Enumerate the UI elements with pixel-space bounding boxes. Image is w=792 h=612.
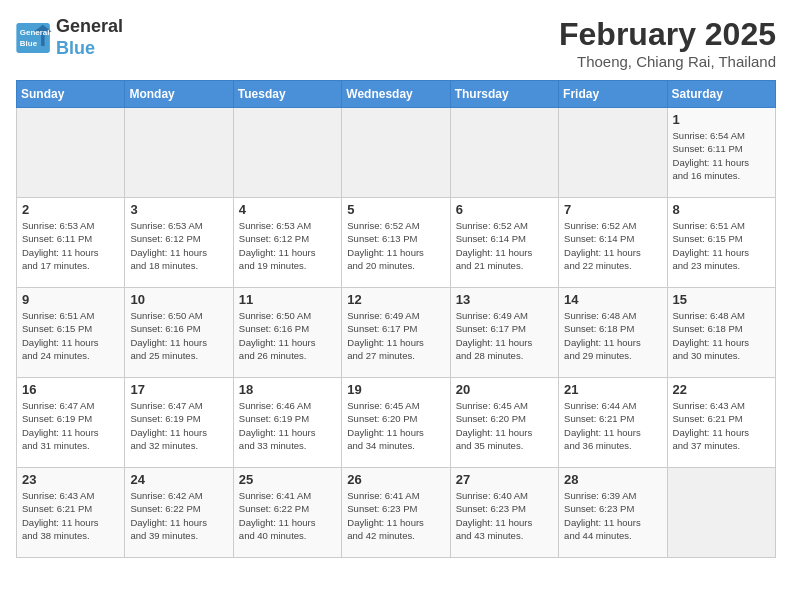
- calendar-cell: 14Sunrise: 6:48 AM Sunset: 6:18 PM Dayli…: [559, 288, 667, 378]
- calendar-cell: 4Sunrise: 6:53 AM Sunset: 6:12 PM Daylig…: [233, 198, 341, 288]
- calendar-cell: 27Sunrise: 6:40 AM Sunset: 6:23 PM Dayli…: [450, 468, 558, 558]
- calendar-week-row: 16Sunrise: 6:47 AM Sunset: 6:19 PM Dayli…: [17, 378, 776, 468]
- day-info: Sunrise: 6:50 AM Sunset: 6:16 PM Dayligh…: [239, 309, 336, 362]
- day-info: Sunrise: 6:51 AM Sunset: 6:15 PM Dayligh…: [673, 219, 770, 272]
- calendar-cell: 13Sunrise: 6:49 AM Sunset: 6:17 PM Dayli…: [450, 288, 558, 378]
- calendar-week-row: 1Sunrise: 6:54 AM Sunset: 6:11 PM Daylig…: [17, 108, 776, 198]
- svg-text:Blue: Blue: [20, 39, 38, 48]
- day-info: Sunrise: 6:47 AM Sunset: 6:19 PM Dayligh…: [130, 399, 227, 452]
- day-number: 14: [564, 292, 661, 307]
- day-number: 12: [347, 292, 444, 307]
- weekday-header-row: SundayMondayTuesdayWednesdayThursdayFrid…: [17, 81, 776, 108]
- calendar-cell: 6Sunrise: 6:52 AM Sunset: 6:14 PM Daylig…: [450, 198, 558, 288]
- location-subtitle: Thoeng, Chiang Rai, Thailand: [559, 53, 776, 70]
- calendar-cell: 25Sunrise: 6:41 AM Sunset: 6:22 PM Dayli…: [233, 468, 341, 558]
- calendar-cell: 22Sunrise: 6:43 AM Sunset: 6:21 PM Dayli…: [667, 378, 775, 468]
- day-info: Sunrise: 6:52 AM Sunset: 6:13 PM Dayligh…: [347, 219, 444, 272]
- calendar-cell: 20Sunrise: 6:45 AM Sunset: 6:20 PM Dayli…: [450, 378, 558, 468]
- day-info: Sunrise: 6:54 AM Sunset: 6:11 PM Dayligh…: [673, 129, 770, 182]
- day-info: Sunrise: 6:43 AM Sunset: 6:21 PM Dayligh…: [22, 489, 119, 542]
- page-header: General Blue General Blue February 2025 …: [16, 16, 776, 70]
- day-info: Sunrise: 6:50 AM Sunset: 6:16 PM Dayligh…: [130, 309, 227, 362]
- day-info: Sunrise: 6:53 AM Sunset: 6:11 PM Dayligh…: [22, 219, 119, 272]
- day-info: Sunrise: 6:41 AM Sunset: 6:22 PM Dayligh…: [239, 489, 336, 542]
- weekday-header-wednesday: Wednesday: [342, 81, 450, 108]
- calendar-cell: [559, 108, 667, 198]
- day-info: Sunrise: 6:43 AM Sunset: 6:21 PM Dayligh…: [673, 399, 770, 452]
- svg-text:General: General: [20, 28, 50, 37]
- day-info: Sunrise: 6:39 AM Sunset: 6:23 PM Dayligh…: [564, 489, 661, 542]
- day-info: Sunrise: 6:49 AM Sunset: 6:17 PM Dayligh…: [456, 309, 553, 362]
- calendar-cell: [125, 108, 233, 198]
- day-number: 16: [22, 382, 119, 397]
- day-info: Sunrise: 6:41 AM Sunset: 6:23 PM Dayligh…: [347, 489, 444, 542]
- weekday-header-friday: Friday: [559, 81, 667, 108]
- day-number: 1: [673, 112, 770, 127]
- calendar-week-row: 2Sunrise: 6:53 AM Sunset: 6:11 PM Daylig…: [17, 198, 776, 288]
- day-number: 25: [239, 472, 336, 487]
- calendar-cell: 28Sunrise: 6:39 AM Sunset: 6:23 PM Dayli…: [559, 468, 667, 558]
- calendar-cell: 15Sunrise: 6:48 AM Sunset: 6:18 PM Dayli…: [667, 288, 775, 378]
- day-info: Sunrise: 6:46 AM Sunset: 6:19 PM Dayligh…: [239, 399, 336, 452]
- weekday-header-sunday: Sunday: [17, 81, 125, 108]
- calendar-cell: 3Sunrise: 6:53 AM Sunset: 6:12 PM Daylig…: [125, 198, 233, 288]
- calendar-cell: [450, 108, 558, 198]
- calendar-cell: 1Sunrise: 6:54 AM Sunset: 6:11 PM Daylig…: [667, 108, 775, 198]
- calendar-cell: [17, 108, 125, 198]
- day-info: Sunrise: 6:45 AM Sunset: 6:20 PM Dayligh…: [347, 399, 444, 452]
- day-number: 22: [673, 382, 770, 397]
- logo: General Blue General Blue: [16, 16, 123, 59]
- day-info: Sunrise: 6:40 AM Sunset: 6:23 PM Dayligh…: [456, 489, 553, 542]
- calendar-cell: 11Sunrise: 6:50 AM Sunset: 6:16 PM Dayli…: [233, 288, 341, 378]
- calendar-table: SundayMondayTuesdayWednesdayThursdayFrid…: [16, 80, 776, 558]
- calendar-cell: 12Sunrise: 6:49 AM Sunset: 6:17 PM Dayli…: [342, 288, 450, 378]
- calendar-cell: 19Sunrise: 6:45 AM Sunset: 6:20 PM Dayli…: [342, 378, 450, 468]
- day-number: 9: [22, 292, 119, 307]
- day-number: 5: [347, 202, 444, 217]
- calendar-cell: 2Sunrise: 6:53 AM Sunset: 6:11 PM Daylig…: [17, 198, 125, 288]
- day-number: 13: [456, 292, 553, 307]
- day-info: Sunrise: 6:49 AM Sunset: 6:17 PM Dayligh…: [347, 309, 444, 362]
- calendar-cell: 18Sunrise: 6:46 AM Sunset: 6:19 PM Dayli…: [233, 378, 341, 468]
- day-info: Sunrise: 6:48 AM Sunset: 6:18 PM Dayligh…: [564, 309, 661, 362]
- calendar-cell: 16Sunrise: 6:47 AM Sunset: 6:19 PM Dayli…: [17, 378, 125, 468]
- day-number: 3: [130, 202, 227, 217]
- day-number: 21: [564, 382, 661, 397]
- day-number: 7: [564, 202, 661, 217]
- calendar-cell: 7Sunrise: 6:52 AM Sunset: 6:14 PM Daylig…: [559, 198, 667, 288]
- day-info: Sunrise: 6:42 AM Sunset: 6:22 PM Dayligh…: [130, 489, 227, 542]
- month-title: February 2025: [559, 16, 776, 53]
- calendar-cell: [667, 468, 775, 558]
- day-info: Sunrise: 6:47 AM Sunset: 6:19 PM Dayligh…: [22, 399, 119, 452]
- calendar-week-row: 23Sunrise: 6:43 AM Sunset: 6:21 PM Dayli…: [17, 468, 776, 558]
- weekday-header-tuesday: Tuesday: [233, 81, 341, 108]
- calendar-cell: [342, 108, 450, 198]
- calendar-week-row: 9Sunrise: 6:51 AM Sunset: 6:15 PM Daylig…: [17, 288, 776, 378]
- day-number: 17: [130, 382, 227, 397]
- title-block: February 2025 Thoeng, Chiang Rai, Thaila…: [559, 16, 776, 70]
- weekday-header-thursday: Thursday: [450, 81, 558, 108]
- day-number: 27: [456, 472, 553, 487]
- day-info: Sunrise: 6:48 AM Sunset: 6:18 PM Dayligh…: [673, 309, 770, 362]
- calendar-cell: 5Sunrise: 6:52 AM Sunset: 6:13 PM Daylig…: [342, 198, 450, 288]
- day-number: 2: [22, 202, 119, 217]
- weekday-header-monday: Monday: [125, 81, 233, 108]
- calendar-cell: 8Sunrise: 6:51 AM Sunset: 6:15 PM Daylig…: [667, 198, 775, 288]
- day-number: 8: [673, 202, 770, 217]
- calendar-cell: 24Sunrise: 6:42 AM Sunset: 6:22 PM Dayli…: [125, 468, 233, 558]
- day-info: Sunrise: 6:52 AM Sunset: 6:14 PM Dayligh…: [456, 219, 553, 272]
- calendar-cell: 10Sunrise: 6:50 AM Sunset: 6:16 PM Dayli…: [125, 288, 233, 378]
- day-info: Sunrise: 6:53 AM Sunset: 6:12 PM Dayligh…: [130, 219, 227, 272]
- calendar-cell: 23Sunrise: 6:43 AM Sunset: 6:21 PM Dayli…: [17, 468, 125, 558]
- day-info: Sunrise: 6:44 AM Sunset: 6:21 PM Dayligh…: [564, 399, 661, 452]
- weekday-header-saturday: Saturday: [667, 81, 775, 108]
- day-number: 18: [239, 382, 336, 397]
- day-info: Sunrise: 6:45 AM Sunset: 6:20 PM Dayligh…: [456, 399, 553, 452]
- day-number: 19: [347, 382, 444, 397]
- day-number: 26: [347, 472, 444, 487]
- logo-icon: General Blue: [16, 23, 52, 53]
- calendar-cell: 26Sunrise: 6:41 AM Sunset: 6:23 PM Dayli…: [342, 468, 450, 558]
- day-number: 24: [130, 472, 227, 487]
- day-number: 6: [456, 202, 553, 217]
- day-info: Sunrise: 6:53 AM Sunset: 6:12 PM Dayligh…: [239, 219, 336, 272]
